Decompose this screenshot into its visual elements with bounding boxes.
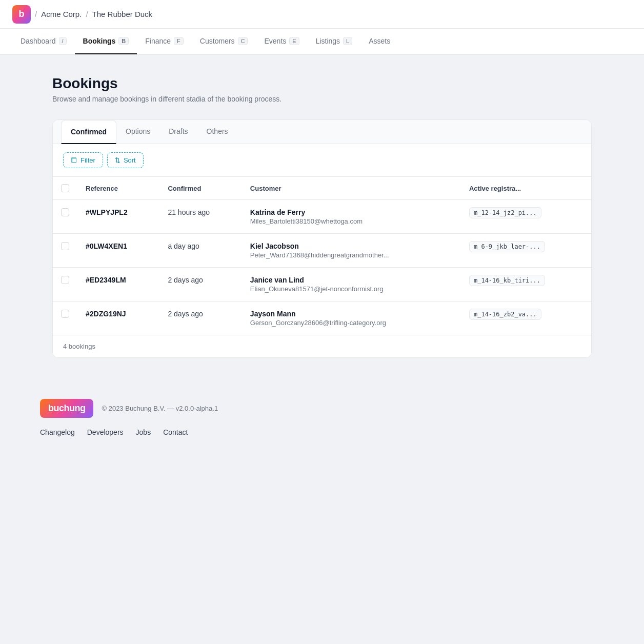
page-title: Bookings <box>52 75 592 92</box>
customer-name: Jayson Mann <box>250 310 453 318</box>
breadcrumb-corp[interactable]: Acme Corp. <box>41 10 82 18</box>
breadcrumb-shop[interactable]: The Rubber Duck <box>92 10 153 18</box>
col-header-registration: Active registra... <box>461 177 591 200</box>
footer-link-jobs[interactable]: Jobs <box>136 428 151 436</box>
registration-badge: m_14-16_zb2_va... <box>469 309 541 320</box>
customer-name: Katrina de Ferry <box>250 208 453 216</box>
col-header-checkbox <box>53 177 77 200</box>
nav-item-bookings[interactable]: Bookings B <box>75 29 137 54</box>
row-registration: m_14-16_zb2_va... <box>461 301 591 335</box>
row-checkbox[interactable] <box>61 276 69 284</box>
footer-link-developers[interactable]: Developers <box>87 428 124 436</box>
col-header-reference: Reference <box>77 177 159 200</box>
row-reference: #WLPYJPL2 <box>77 200 159 234</box>
table-row[interactable]: #ED2349LM 2 days ago Janice van Lind Eli… <box>53 268 591 301</box>
tab-options[interactable]: Options <box>116 120 159 144</box>
row-registration: m_6-9_jkb_laer-... <box>461 234 591 268</box>
nav-item-dashboard[interactable]: Dashboard / <box>12 29 75 54</box>
nav-shortcut-events: E <box>289 37 299 45</box>
row-reference: #ED2349LM <box>77 268 159 301</box>
row-reference: #0LW4XEN1 <box>77 234 159 268</box>
footer-copyright: © 2023 Buchung B.V. — v2.0.0-alpha.1 <box>102 405 218 412</box>
customer-email: Gerson_Gorczany28606@trifling-category.o… <box>250 319 453 327</box>
breadcrumb-sep2: / <box>86 10 88 18</box>
tab-bar: Confirmed Options Drafts Others <box>53 120 591 144</box>
footer-links: Changelog Developers Jobs Contact <box>40 428 604 436</box>
nav-label-bookings: Bookings <box>83 37 116 45</box>
customer-email: Elian_Okuneva81571@jet-nonconformist.org <box>250 285 453 293</box>
nav-item-customers[interactable]: Customers C <box>192 29 256 54</box>
brand-logo[interactable]: b <box>12 5 31 24</box>
registration-badge: m_6-9_jkb_laer-... <box>469 241 545 252</box>
table-row[interactable]: #2DZG19NJ 2 days ago Jayson Mann Gerson_… <box>53 301 591 335</box>
table-footer: 4 bookings <box>53 335 591 357</box>
row-customer: Jayson Mann Gerson_Gorczany28606@triflin… <box>242 301 461 335</box>
nav-label-events: Events <box>264 37 286 45</box>
nav-shortcut-finance: F <box>174 37 184 45</box>
registration-badge: m_14-16_kb_tiri... <box>469 275 545 286</box>
nav-label-assets: Assets <box>369 37 390 45</box>
row-checkbox[interactable] <box>61 242 69 250</box>
tab-confirmed[interactable]: Confirmed <box>61 120 116 144</box>
col-header-confirmed: Confirmed <box>159 177 242 200</box>
row-checkbox-cell <box>53 301 77 335</box>
nav-shortcut-customers: C <box>238 37 248 45</box>
nav-item-events[interactable]: Events E <box>256 29 307 54</box>
nav-shortcut-listings: L <box>343 37 352 45</box>
row-checkbox-cell <box>53 200 77 234</box>
table-row[interactable]: #0LW4XEN1 a day ago Kiel Jacobson Peter_… <box>53 234 591 268</box>
tab-drafts[interactable]: Drafts <box>159 120 197 144</box>
page-footer: buchung © 2023 Buchung B.V. — v2.0.0-alp… <box>0 378 644 449</box>
main-nav: Dashboard / Bookings B Finance F Custome… <box>0 29 644 55</box>
nav-shortcut-dashboard: / <box>59 37 67 45</box>
buchung-logo: buchung <box>40 399 93 418</box>
sort-icon: ⇅ <box>115 156 120 164</box>
nav-shortcut-bookings: B <box>118 37 129 45</box>
breadcrumb-sep1: / <box>35 10 37 18</box>
row-checkbox[interactable] <box>61 208 69 216</box>
nav-label-dashboard: Dashboard <box>21 37 56 45</box>
select-all-checkbox[interactable] <box>61 184 69 192</box>
table-row[interactable]: #WLPYJPL2 21 hours ago Katrina de Ferry … <box>53 200 591 234</box>
filter-button[interactable]: ⧠ Filter <box>63 152 103 168</box>
row-confirmed-time: 2 days ago <box>159 268 242 301</box>
registration-badge: m_12-14_jz2_pi... <box>469 207 541 218</box>
bookings-table-wrap: Reference Confirmed Customer Active regi… <box>53 177 591 335</box>
sort-button[interactable]: ⇅ Sort <box>107 152 144 168</box>
tab-others[interactable]: Others <box>197 120 237 144</box>
filter-icon: ⧠ <box>71 156 77 164</box>
customer-email: Miles_Bartoletti38150@whettoga.com <box>250 217 453 225</box>
nav-label-customers: Customers <box>200 37 235 45</box>
row-registration: m_12-14_jz2_pi... <box>461 200 591 234</box>
customer-email: Peter_Ward71368@hiddengreatgrandmother..… <box>250 251 453 259</box>
customer-name: Janice van Lind <box>250 276 453 284</box>
row-confirmed-time: 2 days ago <box>159 301 242 335</box>
row-registration: m_14-16_kb_tiri... <box>461 268 591 301</box>
row-confirmed-time: 21 hours ago <box>159 200 242 234</box>
row-customer: Kiel Jacobson Peter_Ward71368@hiddengrea… <box>242 234 461 268</box>
table-toolbar: ⧠ Filter ⇅ Sort <box>53 144 591 177</box>
main-content: Bookings Browse and manage bookings in d… <box>40 55 604 378</box>
row-checkbox-cell <box>53 234 77 268</box>
col-header-customer: Customer <box>242 177 461 200</box>
footer-top: buchung © 2023 Buchung B.V. — v2.0.0-alp… <box>40 399 604 418</box>
nav-label-listings: Listings <box>316 37 340 45</box>
customer-name: Kiel Jacobson <box>250 242 453 250</box>
nav-label-finance: Finance <box>145 37 171 45</box>
row-checkbox[interactable] <box>61 310 69 318</box>
booking-count: 4 bookings <box>63 343 95 350</box>
bookings-table: Reference Confirmed Customer Active regi… <box>53 177 591 335</box>
filter-label: Filter <box>80 156 95 164</box>
sort-label: Sort <box>124 156 136 164</box>
row-checkbox-cell <box>53 268 77 301</box>
row-customer: Janice van Lind Elian_Okuneva81571@jet-n… <box>242 268 461 301</box>
nav-item-listings[interactable]: Listings L <box>308 29 361 54</box>
nav-item-assets[interactable]: Assets <box>360 29 398 54</box>
nav-item-finance[interactable]: Finance F <box>137 29 192 54</box>
row-customer: Katrina de Ferry Miles_Bartoletti38150@w… <box>242 200 461 234</box>
footer-link-changelog[interactable]: Changelog <box>40 428 75 436</box>
footer-link-contact[interactable]: Contact <box>163 428 188 436</box>
bookings-card: Confirmed Options Drafts Others ⧠ Filter… <box>52 119 592 358</box>
row-reference: #2DZG19NJ <box>77 301 159 335</box>
page-description: Browse and manage bookings in different … <box>52 95 592 103</box>
